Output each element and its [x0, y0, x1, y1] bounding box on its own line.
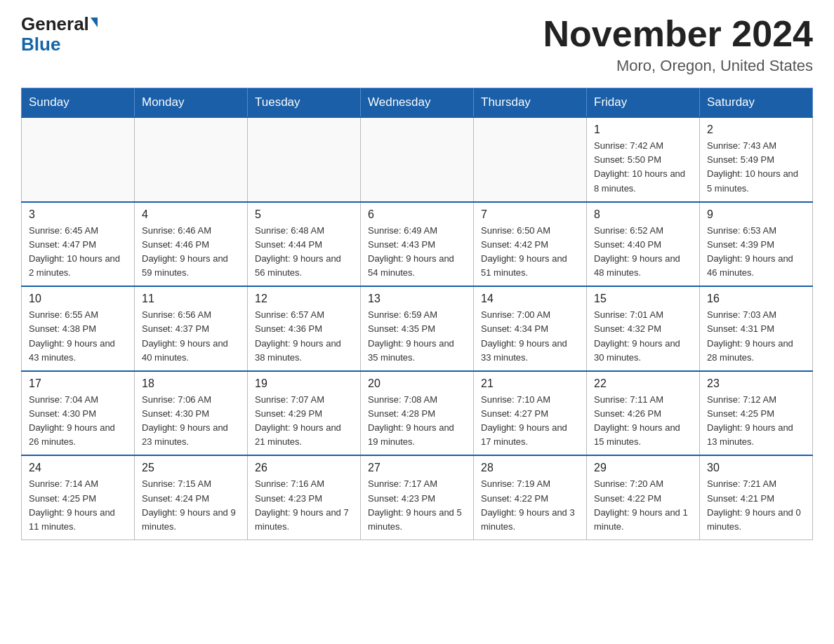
day-cell: 11Sunrise: 6:56 AMSunset: 4:37 PMDayligh…: [135, 286, 248, 371]
day-cell: 17Sunrise: 7:04 AMSunset: 4:30 PMDayligh…: [22, 371, 135, 456]
day-info: Sunrise: 7:14 AMSunset: 4:25 PMDaylight:…: [29, 477, 127, 534]
day-number: 17: [29, 377, 127, 390]
day-number: 18: [142, 377, 240, 390]
day-info: Sunrise: 7:10 AMSunset: 4:27 PMDaylight:…: [481, 393, 579, 450]
day-cell: 7Sunrise: 6:50 AMSunset: 4:42 PMDaylight…: [474, 202, 587, 287]
day-number: 15: [594, 293, 692, 305]
day-number: 26: [255, 462, 353, 474]
day-number: 28: [481, 462, 579, 474]
title-area: November 2024 Moro, Oregon, United State…: [543, 14, 813, 75]
day-number: 25: [142, 462, 240, 474]
day-info: Sunrise: 7:43 AMSunset: 5:49 PMDaylight:…: [707, 139, 805, 196]
weekday-header-wednesday: Wednesday: [361, 88, 474, 118]
calendar-table: SundayMondayTuesdayWednesdayThursdayFrid…: [21, 88, 813, 540]
day-cell: 12Sunrise: 6:57 AMSunset: 4:36 PMDayligh…: [248, 286, 361, 371]
week-row-2: 3Sunrise: 6:45 AMSunset: 4:47 PMDaylight…: [22, 202, 813, 287]
day-number: 19: [255, 377, 353, 390]
day-cell: 13Sunrise: 6:59 AMSunset: 4:35 PMDayligh…: [361, 286, 474, 371]
day-number: 20: [368, 377, 466, 390]
day-info: Sunrise: 6:48 AMSunset: 4:44 PMDaylight:…: [255, 224, 353, 281]
logo-general-text: General: [21, 14, 89, 34]
day-number: 29: [594, 462, 692, 474]
day-number: 12: [255, 293, 353, 305]
weekday-header-sunday: Sunday: [22, 88, 135, 118]
day-info: Sunrise: 7:15 AMSunset: 4:24 PMDaylight:…: [142, 477, 240, 534]
calendar-location: Moro, Oregon, United States: [543, 57, 813, 75]
day-cell: 4Sunrise: 6:46 AMSunset: 4:46 PMDaylight…: [135, 202, 248, 287]
day-info: Sunrise: 6:55 AMSunset: 4:38 PMDaylight:…: [29, 308, 127, 365]
day-cell: 1Sunrise: 7:42 AMSunset: 5:50 PMDaylight…: [587, 117, 700, 202]
day-number: 2: [707, 123, 805, 136]
day-info: Sunrise: 7:01 AMSunset: 4:32 PMDaylight:…: [594, 308, 692, 365]
day-cell: 10Sunrise: 6:55 AMSunset: 4:38 PMDayligh…: [22, 286, 135, 371]
day-info: Sunrise: 7:07 AMSunset: 4:29 PMDaylight:…: [255, 393, 353, 450]
day-number: 3: [29, 208, 127, 221]
day-info: Sunrise: 7:11 AMSunset: 4:26 PMDaylight:…: [594, 393, 692, 450]
day-cell: 29Sunrise: 7:20 AMSunset: 4:22 PMDayligh…: [587, 455, 700, 539]
week-row-5: 24Sunrise: 7:14 AMSunset: 4:25 PMDayligh…: [22, 455, 813, 539]
day-cell: 30Sunrise: 7:21 AMSunset: 4:21 PMDayligh…: [700, 455, 813, 539]
week-row-1: 1Sunrise: 7:42 AMSunset: 5:50 PMDaylight…: [22, 117, 813, 202]
day-number: 8: [594, 208, 692, 221]
day-info: Sunrise: 6:56 AMSunset: 4:37 PMDaylight:…: [142, 308, 240, 365]
day-cell: [474, 117, 587, 202]
day-info: Sunrise: 6:49 AMSunset: 4:43 PMDaylight:…: [368, 224, 466, 281]
day-number: 23: [707, 377, 805, 390]
day-number: 24: [29, 462, 127, 474]
day-info: Sunrise: 7:03 AMSunset: 4:31 PMDaylight:…: [707, 308, 805, 365]
day-cell: 19Sunrise: 7:07 AMSunset: 4:29 PMDayligh…: [248, 371, 361, 456]
weekday-header-friday: Friday: [587, 88, 700, 118]
day-info: Sunrise: 7:12 AMSunset: 4:25 PMDaylight:…: [707, 393, 805, 450]
day-cell: 22Sunrise: 7:11 AMSunset: 4:26 PMDayligh…: [587, 371, 700, 456]
weekday-header-tuesday: Tuesday: [248, 88, 361, 118]
day-number: 21: [481, 377, 579, 390]
day-info: Sunrise: 7:06 AMSunset: 4:30 PMDaylight:…: [142, 393, 240, 450]
day-info: Sunrise: 7:19 AMSunset: 4:22 PMDaylight:…: [481, 477, 579, 534]
weekday-header-row: SundayMondayTuesdayWednesdayThursdayFrid…: [22, 88, 813, 118]
day-cell: 3Sunrise: 6:45 AMSunset: 4:47 PMDaylight…: [22, 202, 135, 287]
day-cell: [22, 117, 135, 202]
day-cell: [248, 117, 361, 202]
logo: General Blue: [21, 14, 98, 54]
day-info: Sunrise: 6:46 AMSunset: 4:46 PMDaylight:…: [142, 224, 240, 281]
header: General Blue November 2024 Moro, Oregon,…: [21, 14, 813, 75]
week-row-4: 17Sunrise: 7:04 AMSunset: 4:30 PMDayligh…: [22, 371, 813, 456]
day-cell: 18Sunrise: 7:06 AMSunset: 4:30 PMDayligh…: [135, 371, 248, 456]
day-info: Sunrise: 6:50 AMSunset: 4:42 PMDaylight:…: [481, 224, 579, 281]
day-cell: 8Sunrise: 6:52 AMSunset: 4:40 PMDaylight…: [587, 202, 700, 287]
day-cell: 27Sunrise: 7:17 AMSunset: 4:23 PMDayligh…: [361, 455, 474, 539]
day-cell: 20Sunrise: 7:08 AMSunset: 4:28 PMDayligh…: [361, 371, 474, 456]
day-info: Sunrise: 6:59 AMSunset: 4:35 PMDaylight:…: [368, 308, 466, 365]
day-cell: 23Sunrise: 7:12 AMSunset: 4:25 PMDayligh…: [700, 371, 813, 456]
day-cell: 5Sunrise: 6:48 AMSunset: 4:44 PMDaylight…: [248, 202, 361, 287]
day-cell: 21Sunrise: 7:10 AMSunset: 4:27 PMDayligh…: [474, 371, 587, 456]
logo-arrow-icon: [91, 18, 98, 27]
day-cell: 26Sunrise: 7:16 AMSunset: 4:23 PMDayligh…: [248, 455, 361, 539]
day-info: Sunrise: 7:00 AMSunset: 4:34 PMDaylight:…: [481, 308, 579, 365]
day-cell: 2Sunrise: 7:43 AMSunset: 5:49 PMDaylight…: [700, 117, 813, 202]
day-cell: 25Sunrise: 7:15 AMSunset: 4:24 PMDayligh…: [135, 455, 248, 539]
day-cell: 28Sunrise: 7:19 AMSunset: 4:22 PMDayligh…: [474, 455, 587, 539]
day-info: Sunrise: 7:42 AMSunset: 5:50 PMDaylight:…: [594, 139, 692, 196]
day-cell: 6Sunrise: 6:49 AMSunset: 4:43 PMDaylight…: [361, 202, 474, 287]
day-info: Sunrise: 6:53 AMSunset: 4:39 PMDaylight:…: [707, 224, 805, 281]
day-info: Sunrise: 7:08 AMSunset: 4:28 PMDaylight:…: [368, 393, 466, 450]
day-info: Sunrise: 7:16 AMSunset: 4:23 PMDaylight:…: [255, 477, 353, 534]
day-info: Sunrise: 7:21 AMSunset: 4:21 PMDaylight:…: [707, 477, 805, 534]
day-cell: [135, 117, 248, 202]
day-cell: 16Sunrise: 7:03 AMSunset: 4:31 PMDayligh…: [700, 286, 813, 371]
day-number: 4: [142, 208, 240, 221]
day-number: 27: [368, 462, 466, 474]
day-cell: 14Sunrise: 7:00 AMSunset: 4:34 PMDayligh…: [474, 286, 587, 371]
weekday-header-monday: Monday: [135, 88, 248, 118]
day-info: Sunrise: 6:52 AMSunset: 4:40 PMDaylight:…: [594, 224, 692, 281]
day-cell: 15Sunrise: 7:01 AMSunset: 4:32 PMDayligh…: [587, 286, 700, 371]
day-number: 13: [368, 293, 466, 305]
logo-blue-text: Blue: [21, 34, 60, 55]
day-number: 22: [594, 377, 692, 390]
day-info: Sunrise: 7:20 AMSunset: 4:22 PMDaylight:…: [594, 477, 692, 534]
day-info: Sunrise: 7:04 AMSunset: 4:30 PMDaylight:…: [29, 393, 127, 450]
day-number: 7: [481, 208, 579, 221]
day-number: 9: [707, 208, 805, 221]
day-number: 30: [707, 462, 805, 474]
